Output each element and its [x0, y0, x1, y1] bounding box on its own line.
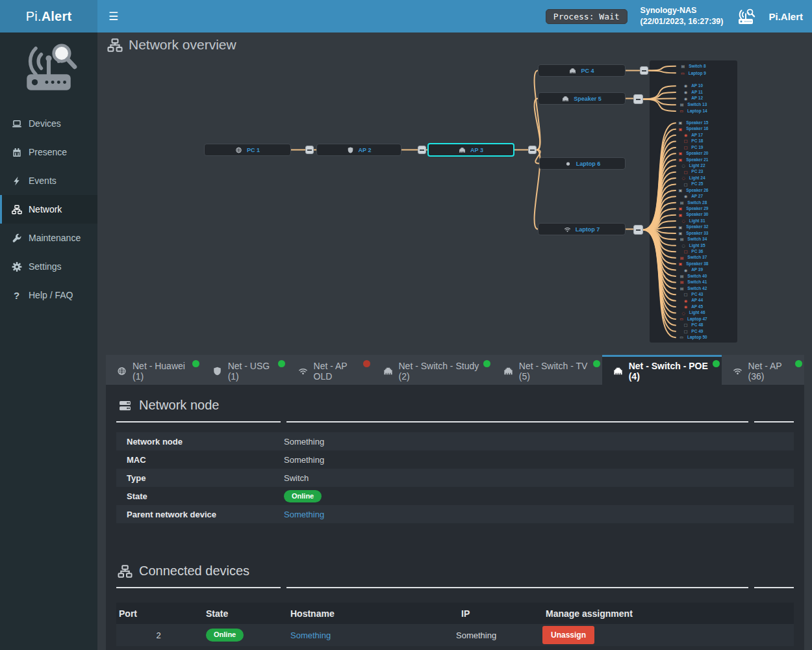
graph-device-label: Speaker 16 [686, 127, 708, 131]
network-node-table: Network nodeSomethingMACSomethingTypeSwi… [116, 432, 794, 523]
graph-device-light-35[interactable]: ◌Light 35 [650, 242, 737, 248]
tab-net-usg-1[interactable]: Net - USG (1) [201, 355, 287, 385]
graph-device-switch-41[interactable]: ▤Switch 41 [650, 280, 737, 285]
collapse-button-pc4[interactable] [640, 66, 648, 75]
graph-node-pc-4[interactable]: PC 4 [538, 64, 626, 77]
graph-device-label: Light 22 [689, 164, 705, 168]
graph-device-switch-42[interactable]: ▤Switch 42 [650, 285, 737, 291]
graph-device-switch-40[interactable]: ▤Switch 40 [650, 273, 737, 279]
graph-device-pc-48[interactable]: □PC 48 [650, 322, 737, 328]
graph-device-ap-12[interactable]: ◉AP 12 [650, 96, 737, 102]
graph-device-speaker-32[interactable]: ▣Speaker 32 [650, 224, 737, 230]
speaker-icon: ▣ [678, 262, 682, 266]
graph-device-label: Speaker 26 [686, 188, 708, 193]
graph-node-laptop-6[interactable]: Laptop 6 [539, 157, 626, 170]
graph-node-pc-1[interactable]: PC 1 [204, 144, 291, 156]
graph-device-ap-11[interactable]: ◉AP 11 [650, 89, 737, 96]
tab-net-ap-old[interactable]: Net - AP OLD [287, 355, 372, 385]
graph-device-light-22[interactable]: ◌Light 22 [650, 163, 737, 169]
tab-net-ap-36[interactable]: Net - AP (36) [722, 355, 804, 385]
info-value: Something [284, 437, 794, 447]
graph-device-speaker-21[interactable]: ▣Speaker 21 [650, 157, 737, 162]
collapse-button-sp5[interactable] [633, 94, 643, 104]
graph-device-pc-25[interactable]: □PC 25 [650, 181, 737, 187]
sidebar-item-label: Network [29, 204, 62, 214]
graph-device-light-31[interactable]: ◌Light 31 [650, 218, 737, 224]
hostname-link[interactable]: Something [290, 630, 331, 640]
graph-device-pc-19[interactable]: □PC 19 [650, 144, 737, 150]
topbar: ☰ Process: Wait Synology-NAS (22/01/2023… [97, 0, 812, 32]
graph-node-ap-3[interactable]: AP 3 [427, 143, 514, 157]
info-label: Network node [116, 437, 284, 447]
graph-device-laptop-50[interactable]: ▭Laptop 50 [650, 335, 737, 341]
graph-device-pc-23[interactable]: □PC 23 [650, 169, 737, 175]
graph-device-label: Switch 34 [687, 237, 707, 242]
sidebar-item-devices[interactable]: Devices [0, 109, 97, 138]
sidebar-item-presence[interactable]: Presence [0, 138, 97, 166]
unassign-button[interactable]: Unassign [542, 626, 594, 644]
pc-icon: □ [684, 250, 688, 254]
graph-device-light-24[interactable]: ◌Light 24 [650, 175, 737, 181]
graph-device-ap-27[interactable]: ◉AP 27 [650, 194, 737, 200]
graph-device-label: Speaker 15 [686, 121, 708, 125]
graph-device-switch-8[interactable]: ▤Switch 8 [650, 63, 737, 70]
graph-device-label: PC 23 [691, 170, 703, 174]
graph-node-ap-2[interactable]: AP 2 [316, 144, 401, 156]
graph-device-ap-10[interactable]: ◉AP 10 [650, 83, 737, 90]
graph-device-pc-43[interactable]: □PC 43 [650, 292, 737, 298]
graph-device-ap-17[interactable]: ◉AP 17 [650, 132, 737, 138]
graph-device-speaker-29[interactable]: ▣Speaker 29 [650, 206, 737, 212]
laptop-icon: ▭ [679, 335, 683, 339]
collapse-button-ap3[interactable] [528, 146, 537, 154]
graph-device-ap-39[interactable]: ◉AP 39 [650, 267, 737, 273]
graph-device-switch-28[interactable]: ▤Switch 28 [650, 200, 737, 205]
graph-device-light-46[interactable]: ◌Light 46 [650, 310, 737, 316]
table-row: 2OnlineSomethingSomethingUnassign [116, 624, 794, 646]
graph-device-laptop-47[interactable]: ▭Laptop 47 [650, 316, 737, 322]
brand-logo[interactable]: Pi.Alert [0, 0, 97, 32]
collapse-button-ap2[interactable] [418, 146, 426, 154]
sidebar-item-maintenance[interactable]: Maintenance [0, 224, 97, 252]
pc-icon: □ [684, 170, 688, 174]
pc-icon: □ [684, 323, 688, 327]
graph-device-switch-37[interactable]: ▤Switch 37 [650, 255, 737, 261]
question-icon: ? [11, 290, 22, 300]
graph-device-pc-18[interactable]: □PC 18 [650, 138, 737, 144]
graph-node-laptop-7[interactable]: Laptop 7 [538, 223, 626, 235]
graph-device-speaker-26[interactable]: ▣Speaker 26 [650, 187, 737, 193]
graph-device-speaker-38[interactable]: ▣Speaker 38 [650, 261, 737, 266]
graph-device-label: Light 31 [689, 219, 705, 224]
info-label: State [116, 491, 284, 501]
graph-device-switch-34[interactable]: ▤Switch 34 [650, 237, 737, 242]
sidebar-item-events[interactable]: Events [0, 166, 97, 195]
collapse-button-pc1[interactable] [305, 146, 314, 154]
graph-device-label: Laptop 47 [687, 317, 707, 322]
minus-icon [530, 150, 535, 151]
sidebar-item-settings[interactable]: Settings [0, 252, 97, 281]
graph-device-ap-45[interactable]: ◉AP 45 [650, 304, 737, 309]
tab-net-switch-poe-4[interactable]: Net - Switch - POE (4) [602, 355, 722, 385]
sidebar-item-network[interactable]: Network [0, 195, 97, 224]
ap-icon: ◉ [684, 299, 687, 303]
graph-device-laptop-9[interactable]: ▭Laptop 9 [650, 70, 737, 77]
graph-device-switch-13[interactable]: ▤Switch 13 [650, 102, 737, 109]
graph-device-speaker-20[interactable]: ▣Speaker 20 [650, 151, 737, 157]
graph-device-ap-44[interactable]: ◉AP 44 [650, 298, 737, 304]
graph-device-laptop-14[interactable]: ▭Laptop 14 [650, 108, 737, 114]
collapse-button-lp7[interactable] [633, 225, 643, 235]
tab-net-switch-tv-5[interactable]: Net - Switch - TV (5) [492, 355, 602, 385]
graph-device-speaker-16[interactable]: ▣Speaker 16 [650, 126, 737, 132]
graph-node-speaker-5[interactable]: Speaker 5 [538, 92, 626, 105]
graph-device-pc-36[interactable]: □PC 36 [650, 249, 737, 255]
page-title: Network overview [129, 37, 236, 53]
tab-net-huawei-1[interactable]: Net - Huawei (1) [106, 355, 201, 385]
graph-device-speaker-30[interactable]: ▣Speaker 30 [650, 212, 737, 218]
graph-device-speaker-33[interactable]: ▣Speaker 33 [650, 230, 737, 236]
graph-device-speaker-15[interactable]: ▣Speaker 15 [650, 120, 737, 126]
wifi-icon [732, 366, 743, 376]
graph-device-pc-49[interactable]: □PC 49 [650, 328, 737, 334]
sidebar-item-help[interactable]: ?Help / FAQ [0, 281, 97, 309]
hamburger-menu-icon[interactable]: ☰ [108, 11, 118, 22]
parent-device-link[interactable]: Something [284, 510, 324, 519]
tab-net-switch-study-2[interactable]: Net - Switch - Study (2) [372, 355, 492, 385]
